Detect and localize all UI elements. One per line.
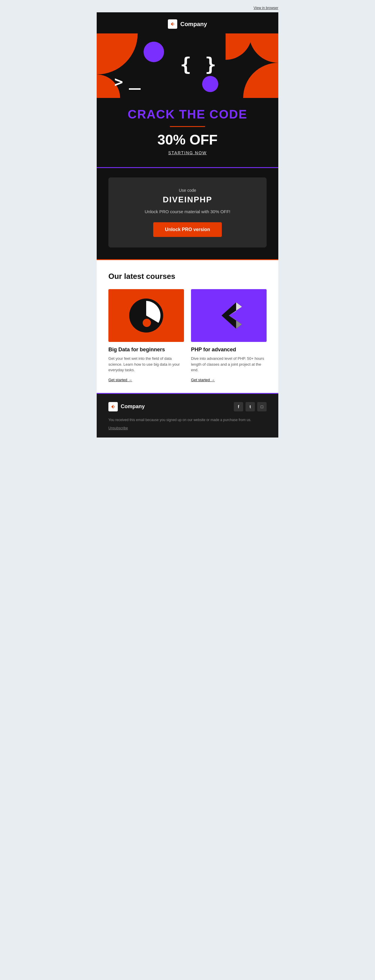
starting-now-link[interactable]: STARTING NOW <box>168 150 207 155</box>
course-desc-php: Dive into advanced level of PHP. 50+ hou… <box>191 356 267 373</box>
use-code-label: Use code <box>120 188 255 192</box>
logo-icon <box>168 19 177 29</box>
course-name-php: PHP for advanced <box>191 347 267 353</box>
footer-logo-text: Company <box>121 404 145 410</box>
course-thumb-bigdata <box>108 289 184 342</box>
code-symbols: { } <box>180 54 217 75</box>
logo-text: Company <box>180 21 207 27</box>
course-card-bigdata: Big Data for beginners Get your feet wet… <box>108 289 184 382</box>
hero-divider <box>170 126 205 127</box>
footer-top: Company f t □ <box>108 402 267 411</box>
hero-section: Company { } > CRACK THE CODE 30% OFF STA… <box>97 12 278 167</box>
course-name-bigdata: Big Data for beginners <box>108 347 184 353</box>
purple-circle-large <box>144 41 164 62</box>
courses-grid: Big Data for beginners Get your feet wet… <box>108 289 267 382</box>
course-link-bigdata[interactable]: Get started → <box>108 378 132 382</box>
discount-text: 30% OFF <box>108 132 267 148</box>
view-in-browser-bar: View in browser <box>97 6 278 10</box>
promo-description: Unlock PRO course material with 30% OFF! <box>120 209 255 214</box>
hero-text-block: CRACK THE CODE 30% OFF STARTING NOW <box>97 98 278 167</box>
logo-bar: Company <box>97 12 278 33</box>
promo-code: DIVEINPHP <box>120 195 255 204</box>
course-desc-bigdata: Get your feet wet into the field of data… <box>108 356 184 373</box>
shape-orange-topleft <box>97 33 138 75</box>
facebook-icon[interactable]: f <box>234 402 243 411</box>
shape-orange-bottomright <box>243 63 278 98</box>
shape-orange-topright <box>249 33 278 63</box>
view-in-browser-link[interactable]: View in browser <box>254 6 278 10</box>
courses-section: Our latest courses <box>97 259 278 393</box>
course-link-php[interactable]: Get started → <box>191 378 215 382</box>
promo-card: Use code DIVEINPHP Unlock PRO course mat… <box>108 177 267 248</box>
social-icons: f t □ <box>234 402 267 411</box>
terminal-symbol: > <box>114 75 123 89</box>
twitter-icon[interactable]: t <box>245 402 255 411</box>
headline: CRACK THE CODE <box>108 107 267 121</box>
email-container: Company { } > CRACK THE CODE 30% OFF STA… <box>97 12 278 438</box>
course-card-php: PHP for advanced Dive into advanced leve… <box>191 289 267 382</box>
footer-logo-icon <box>108 402 118 411</box>
footer: Company f t □ You received this email be… <box>97 393 278 438</box>
terminal-cursor <box>129 88 141 90</box>
unsubscribe-link[interactable]: Unsubscribe <box>108 426 128 430</box>
shape-orange-topright2 <box>226 33 252 60</box>
hero-graphics: { } > <box>97 33 278 98</box>
courses-title: Our latest courses <box>108 272 267 281</box>
course-thumb-php <box>191 289 267 342</box>
unlock-pro-button[interactable]: Unlock PRO version <box>153 222 222 237</box>
promo-section: Use code DIVEINPHP Unlock PRO course mat… <box>97 167 278 259</box>
footer-body-text: You received this email because you sign… <box>108 417 267 423</box>
instagram-icon[interactable]: □ <box>257 402 267 411</box>
svg-point-1 <box>143 319 151 327</box>
purple-circle-small <box>202 76 218 92</box>
footer-logo: Company <box>108 402 145 411</box>
